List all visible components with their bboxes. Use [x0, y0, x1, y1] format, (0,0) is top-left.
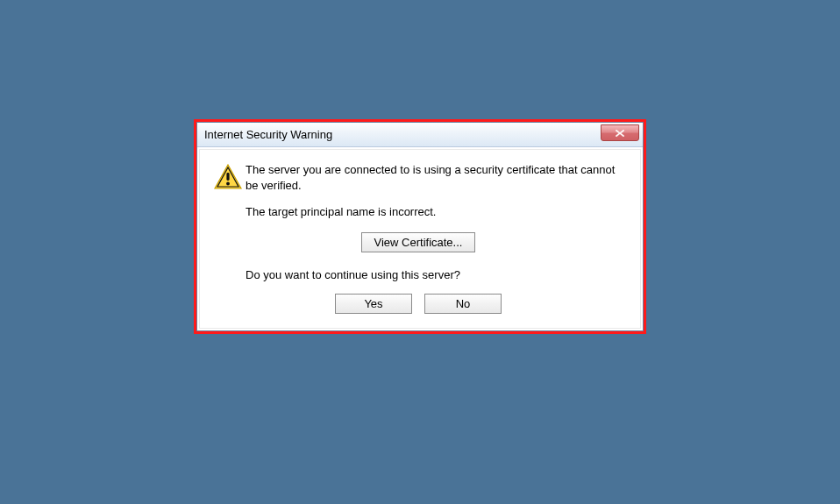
no-button[interactable]: No — [424, 294, 502, 314]
close-button[interactable] — [601, 124, 639, 141]
svg-point-3 — [226, 182, 230, 186]
view-certificate-button[interactable]: View Certificate... — [361, 232, 475, 252]
titlebar: Internet Security Warning — [197, 123, 643, 147]
dialog-frame: Internet Security Warning The — [194, 119, 646, 334]
message-main: The server you are connected to is using… — [246, 162, 624, 193]
message-detail: The target principal name is incorrect. — [246, 205, 624, 218]
dialog-title: Internet Security Warning — [204, 128, 332, 141]
dialog-content: The server you are connected to is using… — [199, 149, 641, 329]
yes-button[interactable]: Yes — [335, 294, 412, 314]
message-prompt: Do you want to continue using this serve… — [246, 268, 624, 281]
close-icon — [615, 129, 625, 138]
svg-rect-2 — [226, 173, 229, 181]
warning-icon — [212, 162, 246, 193]
security-warning-dialog: Internet Security Warning The — [196, 122, 644, 331]
